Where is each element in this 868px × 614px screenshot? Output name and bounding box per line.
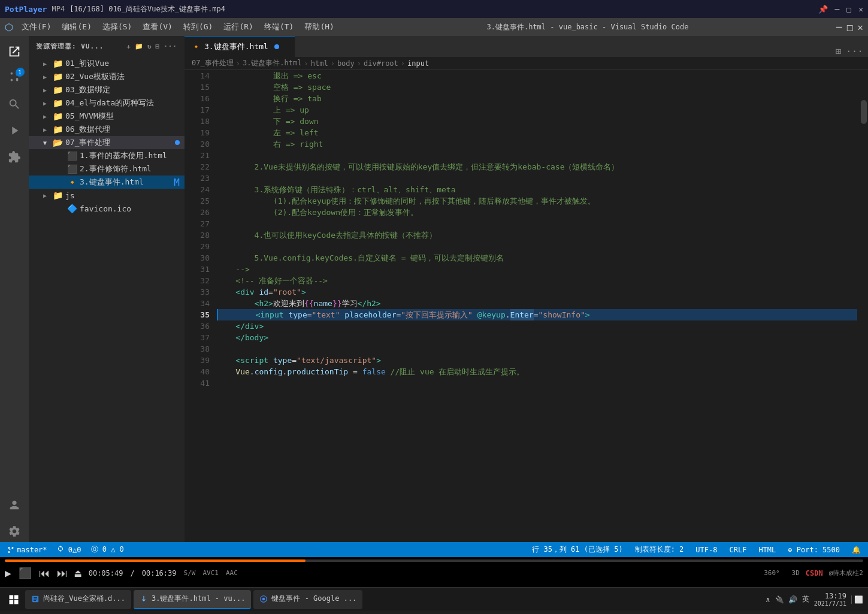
scrollbar-thumb[interactable] [861,100,867,124]
code-text [217,218,222,229]
sidebar-label: 05_MVVM模型 [65,111,185,122]
activity-source-control[interactable]: 1 [4,67,25,89]
eject-button[interactable]: ⏏ [75,567,81,579]
activity-account[interactable] [4,494,25,516]
line-ending[interactable]: CRLF [727,546,749,554]
code-text: </div> [235,320,264,332]
stop-button[interactable]: ⬛ [19,567,32,579]
menu-goto[interactable]: 转到(G) [179,19,217,35]
breadcrumb-folder[interactable]: 07_事件处理 [192,58,234,68]
modified-indicator [175,140,180,145]
taskbar-word-label: 尚硅谷_Vue全家桶.d... [43,594,125,604]
sidebar-item-05-mvvm[interactable]: ▶ 📁 05_MVVM模型 [29,110,185,123]
notifications-icon[interactable]: 🔔 [849,546,863,554]
scrollbar-track[interactable] [860,70,868,542]
breadcrumb-div-root[interactable]: div#root [364,59,398,68]
minimize-icon[interactable]: ─ [835,5,840,14]
more-icon[interactable]: ··· [164,43,177,50]
next-button[interactable]: ⏭ [57,567,68,579]
activity-run[interactable] [4,120,25,141]
show-desktop[interactable]: ⬜ [851,595,863,604]
html-file-icon: ⬛ [67,164,77,174]
code-text: 退出 => esc [217,70,322,81]
code-text: 3.系统修饰键（用法特殊）：ctrl、alt、shift、meta [217,184,456,195]
activity-extensions[interactable] [4,146,25,168]
tray-arrow[interactable]: ∧ [766,595,770,604]
breadcrumb-sep: › [236,59,240,68]
sidebar-item-07-events[interactable]: ▼ 📂 07_事件处理 [29,136,185,149]
encoding[interactable]: UTF-8 [693,546,719,554]
language-mode[interactable]: HTML [756,546,778,554]
ime-indicator[interactable]: 英 [802,594,809,604]
more-actions-icon[interactable]: ··· [846,46,863,57]
play-button[interactable]: ▶ [5,567,11,579]
activity-settings[interactable] [4,521,25,542]
menu-file[interactable]: 文件(F) [17,19,56,35]
pin-icon[interactable]: 📌 [818,5,828,14]
menu-run[interactable]: 运行(R) [219,19,258,35]
taskbar-item-vscode[interactable]: 3.键盘事件.html - vu... [134,590,251,609]
live-server-port[interactable]: ⊕ Port: 5500 [785,546,842,554]
breadcrumb-file[interactable]: 3.键盘事件.html [243,58,302,68]
code-line-24: 3.系统修饰键（用法特殊）：ctrl、alt、shift、meta [217,184,857,195]
code-editor[interactable]: 14 15 16 17 18 19 20 21 22 23 24 25 26 2… [185,70,868,542]
code-line-21 [217,150,857,161]
sidebar-item-event-basic[interactable]: ⬛ 1.事件的基本使用.html [29,149,185,162]
menu-view[interactable]: 查看(V) [138,19,177,35]
code-text [217,320,235,332]
new-file-icon[interactable]: + [126,43,131,50]
activity-explorer[interactable] [4,41,25,62]
breadcrumb-body[interactable]: body [337,59,355,68]
sidebar-title: 资源管理器: VU... [36,42,104,51]
breadcrumb: 07_事件处理 › 3.键盘事件.html › html › body › di… [185,57,868,70]
collapse-icon[interactable]: ⊟ [156,43,161,50]
breadcrumb-html[interactable]: html [311,59,328,68]
sidebar-item-06-dataproxy[interactable]: ▶ 📁 06_数据代理 [29,123,185,136]
code-text: type [273,355,292,366]
modified-badge: M [174,177,180,188]
menu-select[interactable]: 选择(S) [98,19,137,35]
refresh-icon[interactable]: ↻ [147,43,152,50]
code-text: 学习 [342,298,358,309]
close-icon[interactable]: ✕ [858,5,863,14]
sidebar-item-favicon[interactable]: 🔷 favicon.ico [29,202,185,215]
start-button[interactable] [5,591,23,609]
activity-search[interactable] [4,93,25,115]
menu-help[interactable]: 帮助(H) [300,19,338,35]
code-text: }} [332,298,342,309]
code-line-14: 退出 => esc [217,70,857,81]
menu-terminal[interactable]: 终端(T) [259,19,298,35]
video-progress-bar[interactable] [5,559,863,562]
new-folder-icon[interactable]: 📁 [135,43,144,50]
sidebar-item-03-databind[interactable]: ▶ 📁 03_数据绑定 [29,83,185,96]
sidebar-item-04-eldata[interactable]: ▶ 📁 04_el与data的两种写法 [29,96,185,110]
potplayer-format: MP4 [52,5,65,13]
menu-edit[interactable]: 编辑(E) [57,19,96,35]
sync-status[interactable]: 0△0 [55,545,84,554]
error-count[interactable]: ⓪ 0 △ 0 [89,545,126,555]
sidebar-tree: ▶ 📁 01_初识Vue ▶ 📁 02_Vue模板语法 ▶ 📁 03_数据绑定 … [29,57,185,542]
prev-button[interactable]: ⏮ [39,567,50,579]
sidebar-item-keyboard-event[interactable]: 🔸 3.键盘事件.html M [29,176,185,189]
sidebar-item-01-initvue[interactable]: ▶ 📁 01_初识Vue [29,57,185,70]
row-col[interactable]: 行 35，列 61 (已选择 5) [530,545,625,555]
tab-size[interactable]: 制表符长度: 2 [633,545,686,555]
sidebar-label: 07_事件处理 [65,137,175,148]
split-editor-icon[interactable]: ⊞ [835,46,841,57]
video-info: 360° 3D [764,569,800,577]
close-vscode[interactable]: ✕ [857,22,863,33]
taskbar-item-chrome[interactable]: 键盘事件 - Google ... [253,590,362,609]
code-text: (2).配合keydown使用：正常触发事件。 [217,207,418,218]
restore-icon[interactable]: □ [846,5,851,14]
breadcrumb-input[interactable]: input [407,59,429,68]
taskbar-item-word[interactable]: 尚硅谷_Vue全家桶.d... [25,590,131,609]
tab-keyboard-event[interactable]: 🔸 3.键盘事件.html ✕ [185,36,295,57]
sidebar-item-02-template[interactable]: ▶ 📁 02_Vue模板语法 [29,70,185,83]
restore-vscode[interactable]: □ [847,22,853,33]
sidebar-item-event-modifier[interactable]: ⬛ 2.事件修饰符.html [29,162,185,176]
minimize-vscode[interactable]: ─ [836,22,842,33]
git-branch[interactable]: master* [5,546,50,554]
time-total: 00:16:39 [142,569,177,577]
sidebar-item-js[interactable]: ▶ 📁 js [29,189,185,202]
code-content[interactable]: 退出 => esc 空格 => space 换行 => tab 上 => up [214,70,860,542]
